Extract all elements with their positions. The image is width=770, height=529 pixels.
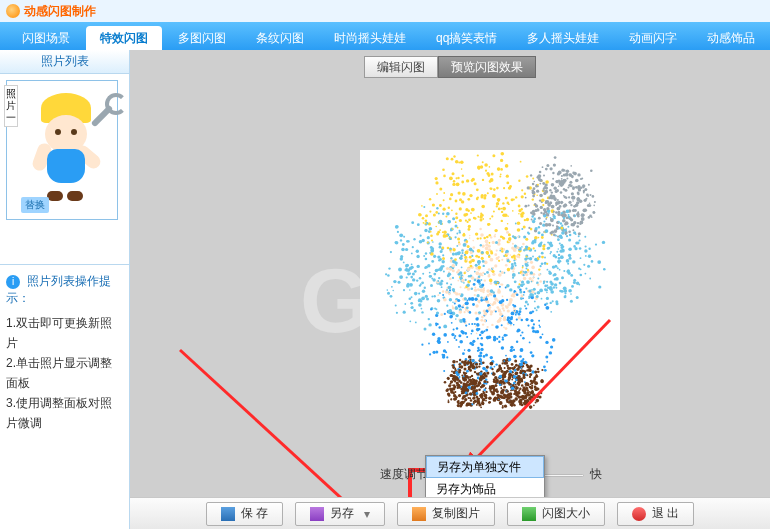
svg-point-2034 bbox=[403, 236, 405, 238]
svg-point-1311 bbox=[442, 290, 444, 292]
tab-5[interactable]: qq搞笑表情 bbox=[422, 26, 511, 50]
svg-point-325 bbox=[490, 310, 493, 313]
svg-point-842 bbox=[555, 204, 557, 206]
svg-point-20 bbox=[458, 334, 461, 337]
svg-point-319 bbox=[511, 379, 513, 381]
svg-point-2052 bbox=[534, 330, 537, 333]
svg-point-1379 bbox=[500, 159, 503, 162]
svg-point-1755 bbox=[481, 251, 484, 254]
svg-point-1820 bbox=[419, 214, 421, 216]
svg-point-1872 bbox=[598, 285, 601, 288]
svg-point-2098 bbox=[437, 337, 440, 340]
svg-point-911 bbox=[530, 261, 533, 264]
svg-point-2043 bbox=[451, 385, 453, 387]
svg-point-1115 bbox=[551, 183, 555, 187]
svg-point-1543 bbox=[522, 243, 525, 246]
svg-point-1158 bbox=[502, 373, 505, 376]
svg-point-2015 bbox=[505, 287, 507, 289]
svg-point-1384 bbox=[466, 306, 469, 309]
svg-point-508 bbox=[539, 222, 542, 225]
svg-point-256 bbox=[435, 177, 438, 180]
svg-point-895 bbox=[422, 217, 425, 220]
svg-point-60 bbox=[410, 276, 413, 279]
svg-point-42 bbox=[492, 241, 495, 244]
svg-point-2170 bbox=[526, 280, 530, 284]
save-icon bbox=[221, 507, 235, 521]
photo-thumbnail[interactable]: 照片一 替换 bbox=[6, 80, 118, 220]
info-icon: i bbox=[6, 275, 20, 289]
svg-point-837 bbox=[465, 325, 467, 327]
svg-point-2133 bbox=[553, 286, 555, 288]
svg-point-1085 bbox=[520, 297, 523, 300]
tab-8[interactable]: 动感饰品 bbox=[693, 26, 769, 50]
svg-point-1173 bbox=[523, 249, 525, 251]
tab-1[interactable]: 特效闪图 bbox=[86, 26, 162, 50]
tab-0[interactable]: 闪图场景 bbox=[8, 26, 84, 50]
svg-point-2039 bbox=[556, 227, 559, 230]
copy-image-button[interactable]: 复制图片 bbox=[397, 502, 495, 526]
svg-point-1850 bbox=[467, 376, 469, 378]
svg-point-2107 bbox=[411, 266, 414, 269]
svg-point-1290 bbox=[558, 186, 560, 188]
svg-point-1936 bbox=[501, 346, 504, 349]
svg-point-1971 bbox=[511, 312, 515, 316]
tab-6[interactable]: 多人摇头娃娃 bbox=[513, 26, 613, 50]
svg-point-936 bbox=[567, 263, 569, 265]
svg-point-2003 bbox=[511, 265, 514, 268]
svg-point-2062 bbox=[529, 369, 532, 372]
svg-point-2011 bbox=[487, 295, 489, 297]
svg-point-1005 bbox=[537, 371, 540, 374]
svg-point-2142 bbox=[452, 264, 456, 268]
svg-point-1555 bbox=[495, 284, 497, 286]
svg-point-483 bbox=[485, 400, 487, 402]
svg-point-1935 bbox=[486, 296, 488, 298]
svg-point-16 bbox=[512, 243, 514, 245]
context-save-file[interactable]: 另存为单独文件 bbox=[426, 456, 544, 478]
svg-point-1986 bbox=[478, 266, 481, 269]
exit-button[interactable]: 退 出 bbox=[617, 502, 694, 526]
svg-point-1713 bbox=[449, 315, 452, 318]
svg-point-628 bbox=[452, 172, 455, 175]
svg-point-1937 bbox=[515, 314, 517, 316]
svg-point-1264 bbox=[517, 382, 520, 385]
replace-tag[interactable]: 替换 bbox=[21, 197, 49, 213]
svg-point-1573 bbox=[486, 172, 489, 175]
tab-4[interactable]: 时尚摇头娃娃 bbox=[320, 26, 420, 50]
svg-point-384 bbox=[541, 263, 544, 266]
svg-point-1791 bbox=[447, 247, 450, 250]
preview-gif-button[interactable]: 预览闪图效果 bbox=[438, 56, 536, 78]
tab-7[interactable]: 动画闪字 bbox=[615, 26, 691, 50]
tab-3[interactable]: 条纹闪图 bbox=[242, 26, 318, 50]
svg-point-1867 bbox=[500, 390, 504, 394]
svg-point-1787 bbox=[508, 233, 511, 236]
save-button[interactable]: 保 存 bbox=[206, 502, 283, 526]
edit-gif-button[interactable]: 编辑闪图 bbox=[364, 56, 438, 78]
svg-point-1873 bbox=[553, 211, 555, 213]
svg-point-1669 bbox=[477, 401, 481, 405]
svg-point-1386 bbox=[572, 188, 575, 191]
svg-point-1503 bbox=[455, 236, 457, 238]
svg-point-2110 bbox=[405, 264, 408, 267]
svg-point-999 bbox=[453, 394, 456, 397]
svg-point-686 bbox=[570, 274, 573, 277]
svg-point-1021 bbox=[541, 252, 544, 255]
svg-point-607 bbox=[473, 246, 476, 249]
svg-point-2020 bbox=[513, 382, 516, 385]
svg-point-1352 bbox=[551, 230, 554, 233]
svg-point-2100 bbox=[512, 277, 514, 279]
svg-point-1766 bbox=[485, 170, 487, 172]
svg-point-2152 bbox=[514, 245, 517, 248]
svg-point-1784 bbox=[470, 399, 473, 402]
svg-point-565 bbox=[434, 307, 436, 309]
svg-point-367 bbox=[482, 179, 484, 181]
gif-size-button[interactable]: 闪图大小 bbox=[507, 502, 605, 526]
tab-2[interactable]: 多图闪图 bbox=[164, 26, 240, 50]
svg-point-1439 bbox=[568, 289, 572, 293]
saveas-button[interactable]: 另存▾ bbox=[295, 502, 385, 526]
svg-point-366 bbox=[454, 337, 456, 339]
svg-point-531 bbox=[454, 302, 456, 304]
svg-point-114 bbox=[532, 183, 535, 186]
svg-point-978 bbox=[568, 254, 571, 257]
svg-point-1647 bbox=[442, 247, 445, 250]
svg-point-2105 bbox=[508, 401, 511, 404]
